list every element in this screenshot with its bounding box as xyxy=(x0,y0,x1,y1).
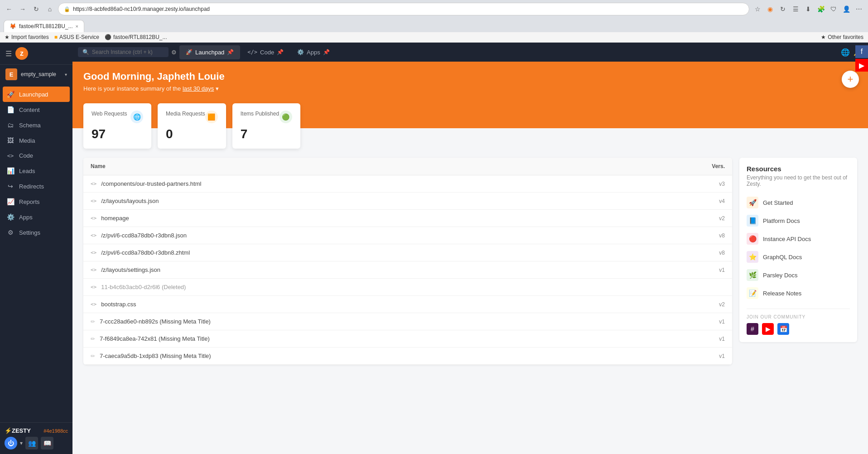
resource-item-parsley[interactable]: 🌿 Parsley Docs xyxy=(747,266,850,284)
home-button[interactable]: ⌂ xyxy=(44,4,55,14)
resources-panel: Resources Everything you need to get the… xyxy=(739,158,857,365)
table-row[interactable]: ✏ 7-f6849ca8ea-742x81 (Missing Meta Titl… xyxy=(83,330,732,348)
sidebar-item-leads[interactable]: 📊 Leads xyxy=(0,163,72,179)
sidebar-item-reports[interactable]: 📈 Reports xyxy=(0,194,72,209)
active-tab[interactable]: 🦊 fastoe/RTL8812BU_... × xyxy=(4,20,84,32)
sidebar-item-launchpad-label: Launchpad xyxy=(19,91,48,98)
code-row-icon: <> xyxy=(91,267,96,273)
parsley-label: Parsley Docs xyxy=(763,272,798,279)
bookmark-other-icon: ★ xyxy=(821,34,826,40)
stat-card-header-media: Media Requests 🟧 xyxy=(166,111,218,123)
media-requests-icon: 🟧 xyxy=(205,111,218,123)
table-row[interactable]: <> /z/layouts/layouts.json v4 xyxy=(83,193,732,210)
more-button[interactable]: ⋯ xyxy=(854,4,864,14)
row-name: /z/layouts/settings.json xyxy=(101,266,693,273)
sidebar-item-schema[interactable]: 🗂 Schema xyxy=(0,117,72,133)
sidebar-item-code[interactable]: <> Code xyxy=(0,148,72,163)
youtube-sidebar-button[interactable]: ▶ xyxy=(855,59,868,72)
extension-button[interactable]: 🧩 xyxy=(815,4,826,14)
users-button[interactable]: 👥 xyxy=(25,437,38,449)
bookmark-asus-label: ASUS E-Service xyxy=(59,34,99,40)
graphql-label: GraphQL Docs xyxy=(763,254,802,261)
bookmark-import-icon: ★ xyxy=(5,34,10,40)
instance-selector[interactable]: E empty_sample ▾ xyxy=(0,65,72,84)
power-button[interactable]: ⏻ xyxy=(5,437,17,449)
nav-tab-apps[interactable]: ⚙️ Apps 📌 xyxy=(291,45,336,59)
launchpad-tab-icon: 🚀 xyxy=(186,49,193,55)
apps-pin-icon[interactable]: 📌 xyxy=(323,49,330,55)
slack-icon[interactable]: # xyxy=(747,323,758,335)
globe-icon[interactable]: 🌐 xyxy=(841,48,850,57)
table-row[interactable]: <> /components/our-trusted-partners.html… xyxy=(83,175,732,193)
sidebar-item-launchpad[interactable]: 🚀 Launchpad xyxy=(3,87,70,102)
table-row[interactable]: <> homepage v2 xyxy=(83,210,732,227)
table-row[interactable]: <> /z/pvl/6-ccd8a78db0-r3dbn8.json v8 xyxy=(83,227,732,244)
top-nav-bar: 🔍 ⚙ 🚀 Launchpad 📌 </> Code 📌 ⚙️ Apps xyxy=(72,43,868,62)
table-row[interactable]: ✏ 7-caeca9a5db-1xdp83 (Missing Meta Titl… xyxy=(83,348,732,365)
zesty-ext-button[interactable]: ◉ xyxy=(765,4,776,14)
nav-tab-apps-label: Apps xyxy=(307,49,320,56)
code-pin-icon[interactable]: 📌 xyxy=(277,49,284,55)
filter-icon[interactable]: ⚙ xyxy=(171,49,177,56)
pin-icon[interactable]: 📌 xyxy=(227,49,234,55)
row-vers: v2 xyxy=(698,301,725,308)
table-row[interactable]: <> bootstrap.css v2 xyxy=(83,296,732,313)
back-button[interactable]: ← xyxy=(4,4,14,14)
sidebar-item-apps[interactable]: ⚙️ Apps xyxy=(0,209,72,225)
bookmark-fastoe[interactable]: ⚫ fastoe/RTL8812BU_... xyxy=(105,34,167,40)
profile-button[interactable]: 👤 xyxy=(841,4,852,14)
table-row[interactable]: ✏ 7-ccc28ad6e0-nb892s (Missing Meta Titl… xyxy=(83,313,732,330)
stat-card-web-requests: Web Requests 🌐 97 xyxy=(83,103,151,149)
items-published-label: Items Published xyxy=(241,111,279,117)
dropdown-icon[interactable]: ▾ xyxy=(216,85,219,92)
close-tab-button[interactable]: × xyxy=(76,24,78,29)
sidebar-item-media[interactable]: 🖼 Media xyxy=(0,133,72,148)
refresh-ext-button[interactable]: ↻ xyxy=(777,4,788,14)
sidebar-item-media-label: Media xyxy=(19,137,35,144)
resource-item-instance-api[interactable]: 🔴 Instance API Docs xyxy=(747,230,850,248)
row-vers: v1 xyxy=(698,267,725,273)
time-range-link[interactable]: last 30 days xyxy=(183,85,214,92)
row-name: 7-caeca9a5db-1xdp83 (Missing Meta Title) xyxy=(100,353,693,359)
sidebar-item-redirects[interactable]: ↪ Redirects xyxy=(0,179,72,194)
table-row[interactable]: <> /z/layouts/settings.json v1 xyxy=(83,261,732,279)
env-dropdown[interactable]: ▾ xyxy=(20,440,23,446)
row-name: /components/our-trusted-partners.html xyxy=(101,180,693,187)
resource-item-platform-docs[interactable]: 📘 Platform Docs xyxy=(747,212,850,230)
code-row-icon: <> xyxy=(91,198,96,204)
calendar-icon[interactable]: 📅 xyxy=(777,323,789,335)
sidebar-item-settings[interactable]: ⚙ Settings xyxy=(0,225,72,240)
lock-icon: 🔒 xyxy=(64,6,70,12)
reader-button[interactable]: ☰ xyxy=(790,4,801,14)
search-input[interactable] xyxy=(92,49,164,55)
search-box[interactable]: 🔍 xyxy=(78,47,169,57)
forward-button[interactable]: → xyxy=(17,4,28,14)
resource-item-get-started[interactable]: 🚀 Get Started xyxy=(747,193,850,212)
row-vers: v4 xyxy=(698,198,725,204)
docs-button[interactable]: 📖 xyxy=(41,437,53,449)
address-bar[interactable]: 🔒 https://8-acbfed86a0-nc10r9.manager.ze… xyxy=(58,3,749,15)
resource-item-release-notes[interactable]: 📝 Release Notes xyxy=(747,284,850,302)
facebook-button[interactable]: f xyxy=(855,45,868,58)
table-row[interactable]: <> 11-b4c6b3acb0-d2r6l6 (Deleted) xyxy=(83,279,732,296)
bookmark-other[interactable]: ★ Other favorites xyxy=(821,34,863,40)
row-name: 7-f6849ca8ea-742x81 (Missing Meta Title) xyxy=(100,335,693,342)
row-vers: v8 xyxy=(698,232,725,239)
bookmark-import[interactable]: ★ Import favorites xyxy=(5,34,49,40)
download-button[interactable]: ⬇ xyxy=(803,4,814,14)
row-name: /z/layouts/layouts.json xyxy=(101,198,693,204)
add-button[interactable]: + xyxy=(842,71,859,88)
resource-item-graphql[interactable]: ⭐ GraphQL Docs xyxy=(747,248,850,266)
shield-button[interactable]: 🛡 xyxy=(828,4,839,14)
nav-tab-code[interactable]: </> Code 📌 xyxy=(241,45,290,59)
instance-api-icon: 🔴 xyxy=(747,233,758,245)
youtube-icon[interactable]: ▶ xyxy=(762,323,774,335)
sidebar-item-content[interactable]: 📄 Content xyxy=(0,102,72,117)
items-published-value: 7 xyxy=(241,127,292,141)
nav-tab-launchpad[interactable]: 🚀 Launchpad 📌 xyxy=(179,45,240,59)
reload-button[interactable]: ↻ xyxy=(31,4,42,14)
bookmark-button[interactable]: ☆ xyxy=(752,4,763,14)
sidebar-toggle-button[interactable]: ☰ xyxy=(5,49,12,58)
bookmark-asus[interactable]: ■ ASUS E-Service xyxy=(54,34,99,40)
table-row[interactable]: <> /z/pvl/6-ccd8a78db0-r3dbn8.zhtml v8 xyxy=(83,244,732,261)
